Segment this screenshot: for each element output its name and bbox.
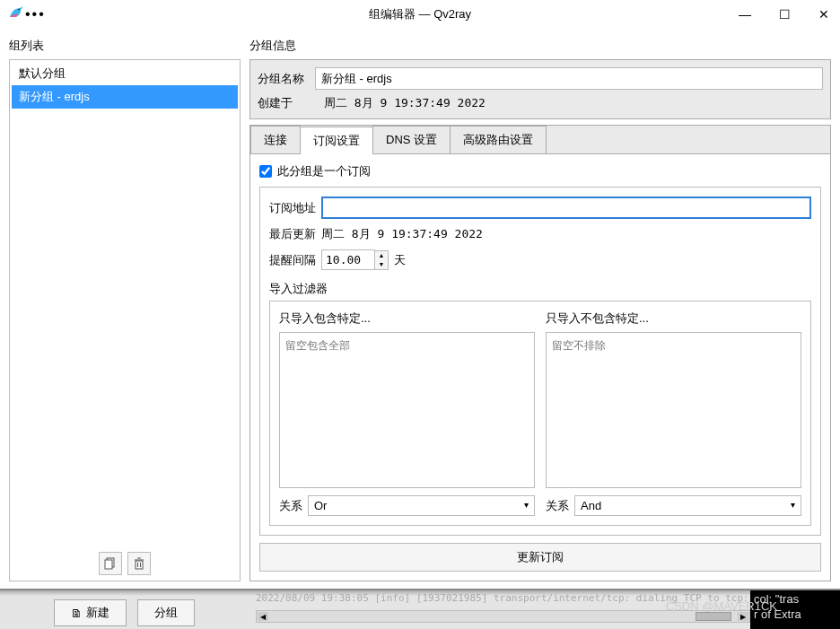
filter-title: 导入过滤器 — [269, 281, 811, 297]
group-info-header: 分组信息 — [249, 32, 831, 59]
include-title: 只导入包含特定... — [279, 310, 535, 327]
group-list[interactable]: 默认分组 新分组 - erdjs — [12, 62, 238, 545]
scroll-thumb[interactable] — [696, 612, 731, 621]
background-window: 🗎 新建 分组 2022/08/09 19:38:05 [info] [1937… — [0, 589, 840, 629]
window-titlebar: ••• 组编辑器 — Qv2ray — ☐ ✕ — [0, 0, 840, 29]
group-info-box: 分组名称 创建于 周二 8月 9 19:37:49 2022 — [249, 59, 831, 119]
group-list-container: 默认分组 新分组 - erdjs — [9, 59, 241, 581]
include-relation-label: 关系 — [279, 498, 302, 514]
tab-dns[interactable]: DNS 设置 — [372, 126, 451, 153]
is-subscription-label: 此分组是一个订阅 — [277, 163, 371, 179]
subscription-box: 订阅地址 最后更新 周二 8月 9 19:37:49 2022 提醒间隔 ▲ — [259, 187, 821, 536]
filter-box: 只导入包含特定... 关系 Or 只导入不包含特定... — [269, 301, 811, 526]
tab-routing[interactable]: 高级路由设置 — [450, 126, 547, 153]
group-name-input[interactable] — [315, 67, 823, 90]
watermark: CSDN @MAVER1CK — [666, 599, 777, 613]
update-subscription-button[interactable]: 更新订阅 — [259, 543, 821, 572]
include-relation-select[interactable]: Or — [308, 495, 535, 516]
window-title: 组编辑器 — Qv2ray — [369, 6, 471, 22]
minimize-button[interactable]: — — [736, 5, 754, 23]
interval-spinbox[interactable]: ▲ ▼ — [321, 249, 389, 270]
scroll-right-icon[interactable]: ▶ — [738, 612, 748, 621]
include-textarea[interactable] — [279, 332, 535, 488]
file-icon: 🗎 — [71, 607, 83, 620]
close-button[interactable]: ✕ — [815, 5, 833, 23]
exclude-relation-select[interactable]: And — [574, 495, 801, 516]
sub-lastupdate-value: 周二 8月 9 19:37:49 2022 — [321, 226, 483, 242]
svg-rect-2 — [105, 560, 112, 569]
sub-address-label: 订阅地址 — [269, 200, 316, 216]
app-icon — [7, 4, 25, 25]
exclude-relation-label: 关系 — [546, 498, 569, 514]
group-item[interactable]: 新分组 - erdjs — [12, 85, 238, 109]
is-subscription-checkbox[interactable] — [259, 165, 272, 178]
group-list-header: 组列表 — [9, 32, 241, 59]
interval-input[interactable] — [321, 249, 375, 270]
delete-button[interactable] — [127, 552, 151, 575]
svg-rect-3 — [136, 561, 143, 569]
tab-subscription[interactable]: 订阅设置 — [300, 127, 373, 154]
tabs-row: 连接 订阅设置 DNS 设置 高级路由设置 — [250, 126, 830, 153]
bg-new-button[interactable]: 🗎 新建 — [54, 599, 127, 626]
tab-connection[interactable]: 连接 — [250, 126, 301, 153]
exclude-title: 只导入不包含特定... — [546, 310, 801, 327]
sub-interval-label: 提醒间隔 — [269, 252, 316, 268]
menu-dots-icon[interactable]: ••• — [25, 6, 46, 22]
bg-group-button[interactable]: 分组 — [137, 599, 195, 626]
group-name-label: 分组名称 — [258, 71, 315, 87]
tabs-container: 连接 订阅设置 DNS 设置 高级路由设置 此分组是一个订阅 订阅地址 最后更新 — [249, 125, 831, 581]
exclude-textarea[interactable] — [546, 332, 801, 488]
scroll-left-icon[interactable]: ◀ — [258, 612, 268, 621]
tab-content: 此分组是一个订阅 订阅地址 最后更新 周二 8月 9 19:37:49 2022… — [250, 153, 830, 581]
sub-address-input[interactable] — [321, 197, 811, 219]
sub-lastupdate-label: 最后更新 — [269, 226, 316, 242]
svg-point-0 — [18, 8, 20, 10]
copy-button[interactable] — [99, 552, 122, 575]
interval-unit: 天 — [394, 252, 406, 268]
created-label: 创建于 — [258, 95, 315, 111]
group-item[interactable]: 默认分组 — [12, 62, 238, 85]
interval-up[interactable]: ▲ — [375, 251, 388, 260]
interval-down[interactable]: ▼ — [375, 260, 388, 269]
maximize-button[interactable]: ☐ — [775, 5, 793, 23]
created-value: 周二 8月 9 19:37:49 2022 — [315, 95, 486, 111]
